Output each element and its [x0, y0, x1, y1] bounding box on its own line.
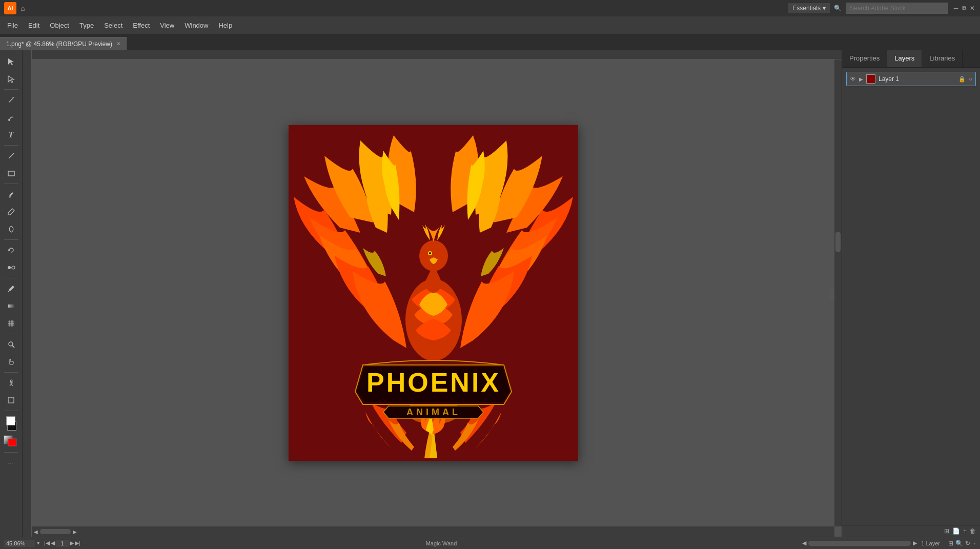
- svg-text:ANIMAL: ANIMAL: [406, 407, 461, 417]
- title-bar-left: Ai ⌂: [4, 2, 25, 14]
- zoom-input[interactable]: [4, 540, 35, 547]
- layer-thumbnail: [866, 74, 875, 84]
- menu-edit[interactable]: Edit: [23, 19, 45, 31]
- window-controls: ─ ⧉ ✕: [952, 5, 976, 12]
- horizontal-scrollbar[interactable]: ◀ ▶: [32, 526, 834, 537]
- search-icon: 🔍: [834, 5, 842, 12]
- artwork-container: PHOENIX ANIMAL: [32, 59, 834, 526]
- minimize-button[interactable]: ─: [952, 5, 959, 12]
- rectangle-tool[interactable]: [3, 165, 19, 181]
- rotate-view-button[interactable]: ↻: [965, 540, 970, 547]
- zoom-tool[interactable]: [3, 336, 19, 353]
- scroll-prev-button[interactable]: ◀: [34, 529, 38, 535]
- restore-button[interactable]: ⧉: [961, 5, 968, 12]
- tab-close-button[interactable]: ✕: [116, 41, 120, 47]
- zoom-dropdown-arrow[interactable]: ▾: [37, 540, 40, 546]
- menu-object[interactable]: Object: [45, 19, 74, 31]
- paintbrush-tool[interactable]: [3, 186, 19, 202]
- tool-separator-8: [4, 411, 18, 411]
- svg-point-3: [9, 196, 11, 198]
- svg-line-18: [12, 345, 14, 348]
- artwork-svg: PHOENIX ANIMAL: [289, 125, 578, 461]
- tool-separator-2: [4, 145, 18, 146]
- svg-point-35: [419, 240, 448, 271]
- page-number-input[interactable]: [56, 540, 69, 547]
- line-segment-tool[interactable]: [3, 148, 19, 164]
- layer-lock-icon[interactable]: 🔒: [958, 76, 966, 83]
- mesh-tool[interactable]: [3, 315, 19, 332]
- color-selector[interactable]: [3, 415, 19, 432]
- horizontal-scroll-track[interactable]: [808, 541, 911, 546]
- pen-tool[interactable]: [3, 92, 19, 108]
- rotate-tool[interactable]: [3, 242, 19, 258]
- svg-rect-24: [9, 398, 14, 403]
- more-tools-button[interactable]: ···: [3, 455, 19, 471]
- scroll-next-button[interactable]: ▶: [73, 529, 77, 535]
- menu-window[interactable]: Window: [179, 19, 213, 31]
- home-icon[interactable]: ⌂: [21, 4, 25, 12]
- svg-text:PHOENIX: PHOENIX: [366, 368, 500, 397]
- svg-point-37: [429, 252, 431, 254]
- vertical-scrollbar[interactable]: [834, 59, 842, 526]
- tool-separator-4: [4, 239, 18, 240]
- tool-separator-9: [4, 452, 18, 453]
- right-panel: Properties Layers Libraries 👁 ▶ Layer 1 …: [842, 50, 980, 537]
- new-layer-button[interactable]: +: [963, 527, 967, 535]
- tab-properties[interactable]: Properties: [842, 50, 887, 67]
- shaper-tool[interactable]: [3, 221, 19, 237]
- svg-rect-10: [8, 304, 14, 308]
- workspace-selector[interactable]: Essentials ▾: [788, 3, 830, 13]
- add-artboard-button[interactable]: +: [972, 540, 976, 547]
- menu-effect[interactable]: Effect: [128, 19, 155, 31]
- menu-file[interactable]: File: [2, 19, 23, 31]
- svg-line-9: [8, 291, 9, 292]
- zoom-in-status-button[interactable]: 🔍: [955, 540, 963, 547]
- tool-separator-6: [4, 334, 18, 334]
- menu-type[interactable]: Type: [74, 19, 99, 31]
- svg-point-19: [10, 380, 12, 382]
- tab-bar: 1.png* @ 45.86% (RGB/GPU Preview) ✕: [0, 35, 980, 50]
- gradient-tool[interactable]: [3, 298, 19, 314]
- scroll-left-button[interactable]: ◀: [802, 540, 806, 546]
- stock-search-input[interactable]: [846, 3, 948, 14]
- chevron-down-icon: ▾: [823, 5, 826, 12]
- next-page-button[interactable]: ▶: [70, 540, 74, 547]
- ai-logo: Ai: [4, 2, 16, 14]
- first-page-button[interactable]: |◀: [44, 540, 50, 547]
- layer-expand-arrow[interactable]: ▶: [859, 76, 863, 82]
- menu-select[interactable]: Select: [99, 19, 128, 31]
- gradient-fill-selector[interactable]: [3, 435, 19, 449]
- tab-filename: 1.png* @ 45.86% (RGB/GPU Preview): [6, 40, 112, 48]
- menu-help[interactable]: Help: [213, 19, 237, 31]
- pencil-tool[interactable]: [3, 204, 19, 220]
- close-button[interactable]: ✕: [969, 5, 976, 12]
- curvature-tool[interactable]: [3, 109, 19, 126]
- type-tool[interactable]: T: [3, 127, 19, 143]
- document-tab[interactable]: 1.png* @ 45.86% (RGB/GPU Preview) ✕: [0, 37, 127, 50]
- blend-tool[interactable]: [3, 259, 19, 276]
- eyedropper-tool[interactable]: [3, 280, 19, 297]
- layer-item-1[interactable]: 👁 ▶ Layer 1 🔒 ○: [846, 72, 976, 86]
- menu-view[interactable]: View: [155, 19, 179, 31]
- tab-libraries[interactable]: Libraries: [922, 50, 963, 67]
- layer-visibility-toggle[interactable]: 👁: [850, 75, 856, 83]
- selection-tool[interactable]: [3, 53, 19, 70]
- status-scroll-controls: ◀ ▶: [802, 540, 917, 546]
- last-page-button[interactable]: ▶|: [75, 540, 80, 547]
- delete-layer-button[interactable]: 🗑: [970, 527, 976, 535]
- prev-page-button[interactable]: ◀: [51, 540, 55, 547]
- artboard-tool[interactable]: [3, 392, 19, 409]
- panel-collapse-handle[interactable]: [829, 286, 834, 301]
- hand-tool[interactable]: [3, 354, 19, 370]
- direct-selection-tool[interactable]: [3, 71, 19, 87]
- layer-target-circle[interactable]: ○: [969, 76, 972, 82]
- make-sublayer-button[interactable]: ⊞: [944, 527, 949, 535]
- fit-artboard-button[interactable]: ⊞: [948, 540, 953, 547]
- panel-bottom-icons: ⊞ 📄 + 🗑: [842, 525, 980, 537]
- puppet-warp-tool[interactable]: [3, 375, 19, 391]
- tab-layers[interactable]: Layers: [887, 50, 922, 67]
- panel-tabs: Properties Layers Libraries: [842, 50, 980, 68]
- svg-line-1: [9, 153, 14, 158]
- create-new-sublayer-button[interactable]: 📄: [952, 527, 960, 535]
- scroll-right-button[interactable]: ▶: [913, 540, 917, 546]
